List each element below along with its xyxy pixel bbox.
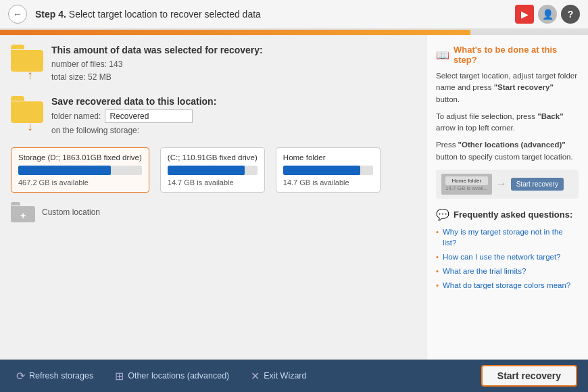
custom-location-label: Custom location <box>42 207 100 217</box>
header-title: Step 4. Select target location to recove… <box>35 9 515 20</box>
faq-title: 💬 Frequently asked questions: <box>436 208 579 221</box>
folder-name-row: folder named: <box>51 109 216 123</box>
faq-item-1[interactable]: How can I use the network target? <box>436 251 579 262</box>
help-paragraph-1: Select target location, adjust target fo… <box>436 70 579 105</box>
storage-card-d[interactable]: Storage (D:; 1863.01GB fixed drive) 467.… <box>11 147 149 193</box>
other-locations-button[interactable]: ⊞ Other locations (advanced) <box>109 367 235 385</box>
exit-label: Exit Wizard <box>264 371 306 381</box>
start-recovery-button[interactable]: Start recovery <box>481 365 577 387</box>
save-location-text: Save recovered data to this location: fo… <box>51 96 216 143</box>
upload-folder-icon <box>11 45 43 72</box>
exit-wizard-button[interactable]: ✕ Exit Wizard <box>245 367 312 385</box>
help-paragraph-2: To adjust file selection, press "Back" a… <box>436 111 579 134</box>
storage-card-c[interactable]: (C:; 110.91GB fixed drive) 14.7 GB is av… <box>160 147 265 193</box>
header-title-text: Select target location to recover select… <box>69 9 261 20</box>
storage-cards: Storage (D:; 1863.01GB fixed drive) 467.… <box>11 147 415 193</box>
data-amount-text: This amount of data was selected for rec… <box>51 45 263 84</box>
youtube-icon-button[interactable]: ▶ <box>515 5 534 24</box>
storage-c-bar <box>168 166 258 175</box>
faq-title-text: Frequently asked questions: <box>454 210 572 220</box>
storage-d-title: Storage (D:; 1863.01GB fixed drive) <box>18 153 142 162</box>
faq-list: Why is my target storage not in the list… <box>436 226 579 291</box>
other-locations-label: Other locations (advanced) <box>128 371 229 381</box>
mini-preview: Home folder 14.7 GB is avail... → Start … <box>436 170 579 199</box>
download-folder-icon <box>11 96 43 123</box>
storage-c-available: 14.7 GB is available <box>168 178 258 187</box>
data-amount-title: This amount of data was selected for rec… <box>51 45 263 55</box>
faq-item-2[interactable]: What are the trial limits? <box>436 266 579 276</box>
custom-folder-icon: + <box>11 202 35 222</box>
main-area: This amount of data was selected for rec… <box>0 35 588 360</box>
user-icon-button[interactable]: 👤 <box>538 5 557 24</box>
custom-location[interactable]: + Custom location <box>11 202 415 222</box>
refresh-icon: ⟳ <box>16 370 25 383</box>
storage-home-title: Home folder <box>283 153 373 162</box>
data-amount-section: This amount of data was selected for rec… <box>11 45 415 84</box>
faq-icon: 💬 <box>436 208 449 221</box>
help-paragraph-3: Press "Other locations (advanced)" butto… <box>436 139 579 163</box>
faq-section: 💬 Frequently asked questions: Why is my … <box>436 208 579 291</box>
right-panel: 📖 What's to be done at this step? Select… <box>426 35 588 360</box>
storage-c-title: (C:; 110.91GB fixed drive) <box>168 153 258 162</box>
arrow-icon: → <box>496 178 507 190</box>
locations-icon: ⊞ <box>115 370 124 383</box>
left-panel: This amount of data was selected for rec… <box>0 35 426 360</box>
step-label: Step 4. <box>35 9 66 20</box>
folder-name-input[interactable] <box>105 109 193 123</box>
help-icon-button[interactable]: ? <box>561 5 580 24</box>
back-button[interactable]: ← <box>8 5 27 24</box>
storage-d-available: 467.2 GB is available <box>18 178 142 187</box>
mini-folder-label: Home folder <box>445 176 488 186</box>
header-icons: ▶ 👤 ? <box>515 5 580 24</box>
exit-icon: ✕ <box>251 370 260 383</box>
storage-label: on the following storage: <box>51 124 216 137</box>
faq-item-3[interactable]: What do target storage colors mean? <box>436 280 579 291</box>
storage-card-home[interactable]: Home folder 14.7 GB is available <box>276 147 381 193</box>
progress-bar-container <box>0 30 588 35</box>
refresh-label: Refresh storages <box>29 371 93 381</box>
refresh-storages-button[interactable]: ⟳ Refresh storages <box>11 367 99 385</box>
progress-bar-fill <box>0 30 470 35</box>
faq-item-0[interactable]: Why is my target storage not in the list… <box>436 226 579 248</box>
book-icon: 📖 <box>436 49 449 62</box>
help-section-title: 📖 What's to be done at this step? <box>436 45 579 65</box>
folder-name-label: folder named: <box>51 112 101 121</box>
mini-start-recovery-button[interactable]: Start recovery <box>511 178 564 191</box>
save-location-section: Save recovered data to this location: fo… <box>11 96 415 143</box>
help-title-text: What's to be done at this step? <box>454 45 579 65</box>
mini-folder-box: Home folder 14.7 GB is avail... <box>441 174 492 195</box>
storage-home-bar <box>283 166 373 175</box>
footer: ⟳ Refresh storages ⊞ Other locations (ad… <box>0 360 588 392</box>
storage-home-available: 14.7 GB is available <box>283 178 373 187</box>
data-files-count: number of files: 143 <box>51 58 263 71</box>
data-total-size: total size: 52 MB <box>51 71 263 84</box>
save-location-title: Save recovered data to this location: <box>51 96 216 107</box>
header: ← Step 4. Select target location to reco… <box>0 0 588 30</box>
mini-folder-sub: 14.7 GB is avail... <box>445 185 488 192</box>
storage-d-bar <box>18 166 142 175</box>
